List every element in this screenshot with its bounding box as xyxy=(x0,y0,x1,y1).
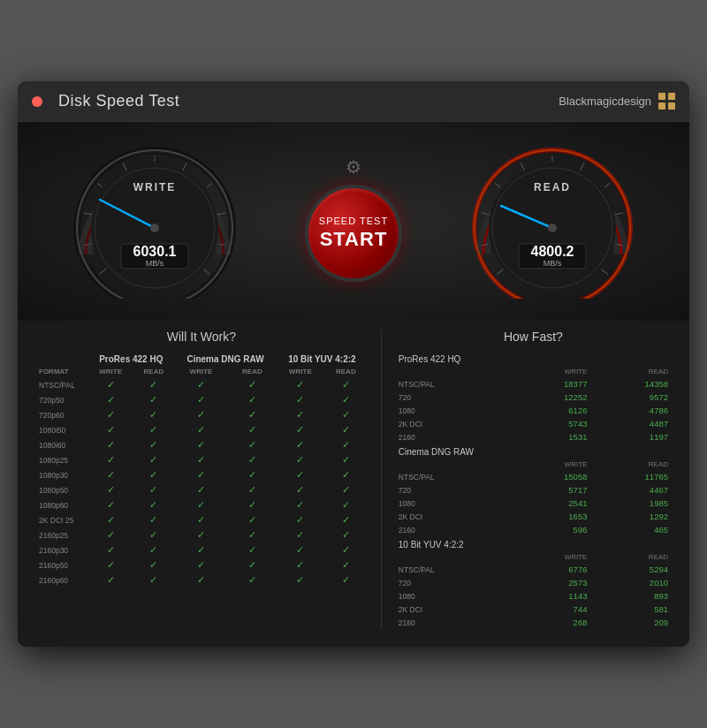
svg-line-28 xyxy=(521,163,524,171)
check-cell: ✓ xyxy=(324,422,368,437)
check-cell: ✓ xyxy=(277,467,324,482)
svg-text:4800.2: 4800.2 xyxy=(531,244,574,259)
fast-data-row: 2K DCI744581 xyxy=(395,603,672,616)
fast-write-val: 744 xyxy=(510,603,591,616)
svg-line-4 xyxy=(97,184,103,187)
check-cell: ✓ xyxy=(88,392,133,407)
check-icon: ✓ xyxy=(197,454,205,465)
check-icon: ✓ xyxy=(342,544,350,555)
svg-line-30 xyxy=(581,163,584,171)
check-icon: ✓ xyxy=(296,409,304,420)
check-cell: ✓ xyxy=(324,573,368,588)
fast-data-row: 2160596465 xyxy=(395,523,672,536)
check-cell: ✓ xyxy=(133,573,174,588)
check-cell: ✓ xyxy=(324,452,368,467)
table-section: Will It Work? ProRes 422 HQ Cinema DNG R… xyxy=(18,321,689,647)
fast-read-val: 2010 xyxy=(590,576,672,589)
check-cell: ✓ xyxy=(277,407,324,422)
check-icon: ✓ xyxy=(342,394,350,405)
check-cell: ✓ xyxy=(133,512,174,527)
svg-text:MB/s: MB/s xyxy=(544,259,562,268)
fast-group-label: ProRes 422 HQ xyxy=(395,351,672,366)
check-cell: ✓ xyxy=(277,392,324,407)
table-row: 1080i60✓✓✓✓✓✓ xyxy=(35,437,368,452)
fast-read-val: 9572 xyxy=(590,391,672,404)
fast-subheader-cell xyxy=(395,551,510,563)
brand-dot-4 xyxy=(668,102,675,110)
fast-data-row: 2K DCI16531292 xyxy=(395,510,672,523)
check-cell: ✓ xyxy=(324,377,368,392)
check-icon: ✓ xyxy=(342,469,350,480)
fast-data-row: NTSC/PAL1505811765 xyxy=(395,470,672,483)
check-icon: ✓ xyxy=(248,469,256,480)
close-button[interactable] xyxy=(32,96,42,107)
fast-data-row: 216015311197 xyxy=(395,430,672,444)
check-cell: ✓ xyxy=(133,422,174,437)
brand-dot-1 xyxy=(658,93,665,100)
svg-line-1 xyxy=(99,269,106,274)
check-icon: ✓ xyxy=(197,409,205,420)
check-cell: ✓ xyxy=(88,467,133,482)
fast-write-val: 12252 xyxy=(510,391,591,404)
format-cell: 2160p50 xyxy=(35,557,88,573)
fast-subheader-row: WRITEREAD xyxy=(395,551,672,563)
format-cell: NTSC/PAL xyxy=(35,377,88,392)
check-cell: ✓ xyxy=(174,467,228,482)
check-cell: ✓ xyxy=(277,512,324,527)
how-fast-title: How Fast? xyxy=(395,330,672,344)
check-icon: ✓ xyxy=(149,514,157,525)
prores-header: ProRes 422 HQ xyxy=(88,351,175,366)
fast-subheader-cell: WRITE xyxy=(510,366,591,377)
check-cell: ✓ xyxy=(324,482,368,497)
start-label-2: START xyxy=(320,227,388,253)
check-cell: ✓ xyxy=(88,437,133,452)
check-cell: ✓ xyxy=(88,527,133,542)
table-row: 720p50✓✓✓✓✓✓ xyxy=(35,392,368,407)
check-icon: ✓ xyxy=(149,454,157,465)
fast-write-val: 2573 xyxy=(510,576,591,589)
check-icon: ✓ xyxy=(296,574,304,585)
svg-point-39 xyxy=(548,224,557,232)
start-button[interactable]: SPEED TEST START xyxy=(305,185,402,282)
check-cell: ✓ xyxy=(277,542,324,557)
check-icon: ✓ xyxy=(149,499,157,510)
svg-text:READ: READ xyxy=(534,181,571,193)
check-icon: ✓ xyxy=(342,574,350,585)
fast-write-val: 5717 xyxy=(510,483,591,497)
check-cell: ✓ xyxy=(228,452,277,467)
gear-icon[interactable]: ⚙ xyxy=(346,156,361,178)
check-cell: ✓ xyxy=(88,557,133,573)
check-cell: ✓ xyxy=(324,437,368,452)
check-icon: ✓ xyxy=(342,559,350,570)
fast-subheader-row: WRITEREAD xyxy=(395,459,672,470)
svg-line-31 xyxy=(604,184,610,187)
check-icon: ✓ xyxy=(342,514,350,525)
check-icon: ✓ xyxy=(107,514,115,525)
check-cell: ✓ xyxy=(277,482,324,497)
check-cell: ✓ xyxy=(228,407,277,422)
fast-subheader-cell xyxy=(395,459,510,470)
check-cell: ✓ xyxy=(228,467,277,482)
fast-group-label: 10 Bit YUV 4:2:2 xyxy=(395,536,672,551)
brand-dot-3 xyxy=(658,102,665,110)
fast-data-row: 72057174467 xyxy=(395,483,672,497)
check-icon: ✓ xyxy=(197,529,205,540)
gauge-section: WRITE 6030.1 MB/s ⚙ SPEED TEST START xyxy=(18,122,689,321)
check-icon: ✓ xyxy=(107,424,115,435)
fast-write-val: 15058 xyxy=(510,470,591,483)
check-cell: ✓ xyxy=(88,422,133,437)
fast-row-label: 720 xyxy=(395,483,510,497)
svg-line-7 xyxy=(183,163,186,171)
check-cell: ✓ xyxy=(174,422,228,437)
app-window: Disk Speed Test Blackmagicdesign xyxy=(18,81,689,647)
check-icon: ✓ xyxy=(296,379,304,390)
fast-row-label: 2160 xyxy=(395,430,510,444)
check-cell: ✓ xyxy=(174,542,228,557)
prores-read-label: READ xyxy=(133,366,174,377)
table-row: 2K DCI 25✓✓✓✓✓✓ xyxy=(35,512,368,527)
fast-subheader-cell: WRITE xyxy=(510,459,591,470)
table-row: 2160p60✓✓✓✓✓✓ xyxy=(35,573,368,588)
fast-data-row: 720122529572 xyxy=(395,391,672,404)
check-icon: ✓ xyxy=(248,409,256,420)
fast-data-row: 72025732010 xyxy=(395,576,672,589)
